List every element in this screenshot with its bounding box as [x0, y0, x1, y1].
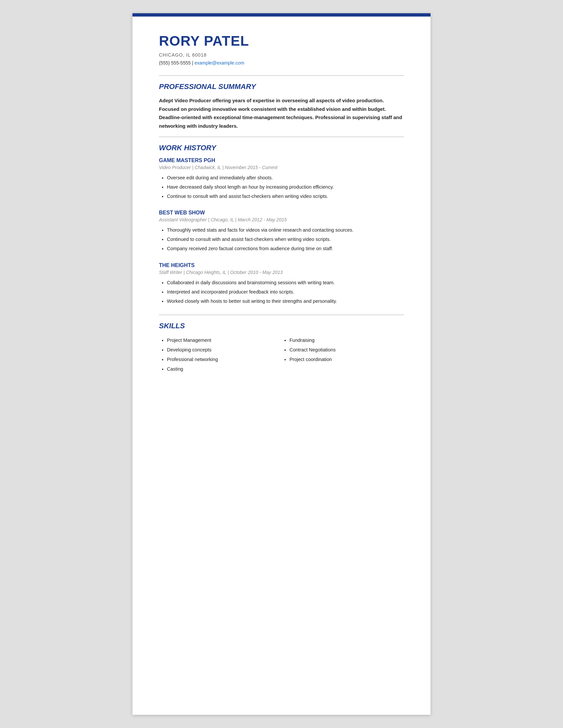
company-name-3: THE HEIGHTS — [159, 262, 404, 268]
candidate-location: CHICAGO, IL 60018 — [159, 52, 404, 58]
job-bullets-2: Thoroughly vetted stats and facts for vi… — [159, 226, 404, 253]
job-bullets-1: Oversee edit during and immediately afte… — [159, 173, 404, 201]
company-name-1: GAME MASTERS PGH — [159, 158, 404, 163]
bullet-2-3: Company received zero factual correction… — [167, 244, 404, 253]
bullet-1-3: Continue to consult with and assist fact… — [167, 192, 404, 201]
bullet-2-2: Continued to consult with and assist fac… — [167, 235, 404, 244]
job-bullets-3: Collaborated in daily discussions and br… — [159, 278, 404, 305]
header-section: RORY PATEL CHICAGO, IL 60018 (555) 555-5… — [159, 33, 404, 66]
skills-left-column: Project Management Developing concepts P… — [159, 336, 282, 374]
divider-1 — [159, 75, 404, 76]
skill-7: Project coordination — [290, 355, 404, 364]
job-entry-3: THE HEIGHTS Staff Writer | Chicago Heigh… — [159, 262, 404, 305]
skills-right-column: Fundraising Contract Negotiations Projec… — [282, 336, 404, 374]
bullet-3-3: Worked closely with hosts to better suit… — [167, 297, 404, 305]
job-meta-2: Assistant Videographer | Chicago, IL | M… — [159, 217, 404, 222]
skill-5: Fundraising — [290, 336, 404, 345]
skills-grid: Project Management Developing concepts P… — [159, 336, 404, 374]
bullet-3-1: Collaborated in daily discussions and br… — [167, 278, 404, 287]
job-entry-2: BEST WEB SHOW Assistant Videographer | C… — [159, 210, 404, 253]
company-name-2: BEST WEB SHOW — [159, 210, 404, 216]
email-link[interactable]: example@example.com — [194, 60, 244, 66]
bullet-1-1: Oversee edit during and immediately afte… — [167, 173, 404, 182]
resume-content: RORY PATEL CHICAGO, IL 60018 (555) 555-5… — [132, 17, 431, 397]
divider-2 — [159, 137, 404, 137]
bullet-2-1: Thoroughly vetted stats and facts for vi… — [167, 226, 404, 234]
skill-1: Project Management — [167, 336, 282, 345]
bullet-1-2: Have decreased daily shoot length an hou… — [167, 183, 404, 191]
skills-section: SKILLS Project Management Developing con… — [159, 322, 404, 374]
divider-3 — [159, 315, 404, 315]
job-entry-1: GAME MASTERS PGH Video Producer | Chadwi… — [159, 158, 404, 201]
resume-container: RORY PATEL CHICAGO, IL 60018 (555) 555-5… — [132, 13, 431, 715]
job-meta-1: Video Producer | Chadwick, IL | November… — [159, 165, 404, 170]
top-bar — [132, 13, 431, 17]
skill-4: Casting — [167, 364, 282, 374]
phone-number: (555) 555-5555 — [159, 60, 191, 66]
work-history-title: WORK HISTORY — [159, 144, 404, 152]
summary-section: PROFESSIONAL SUMMARY Adept Video Produce… — [159, 82, 404, 130]
candidate-name: RORY PATEL — [159, 33, 404, 49]
summary-text: Adept Video Producer offering years of e… — [159, 96, 404, 130]
bullet-3-2: Interpreted and incorporated producer fe… — [167, 288, 404, 296]
skill-3: Professional networking — [167, 355, 282, 364]
contact-line: (555) 555-5555 | example@example.com — [159, 60, 404, 66]
work-history-section: WORK HISTORY GAME MASTERS PGH Video Prod… — [159, 144, 404, 305]
skills-title: SKILLS — [159, 322, 404, 330]
summary-title: PROFESSIONAL SUMMARY — [159, 82, 404, 91]
skill-2: Developing concepts — [167, 345, 282, 355]
skill-6: Contract Negotiations — [290, 345, 404, 355]
job-meta-3: Staff Writer | Chicago Heights, IL | Oct… — [159, 270, 404, 275]
